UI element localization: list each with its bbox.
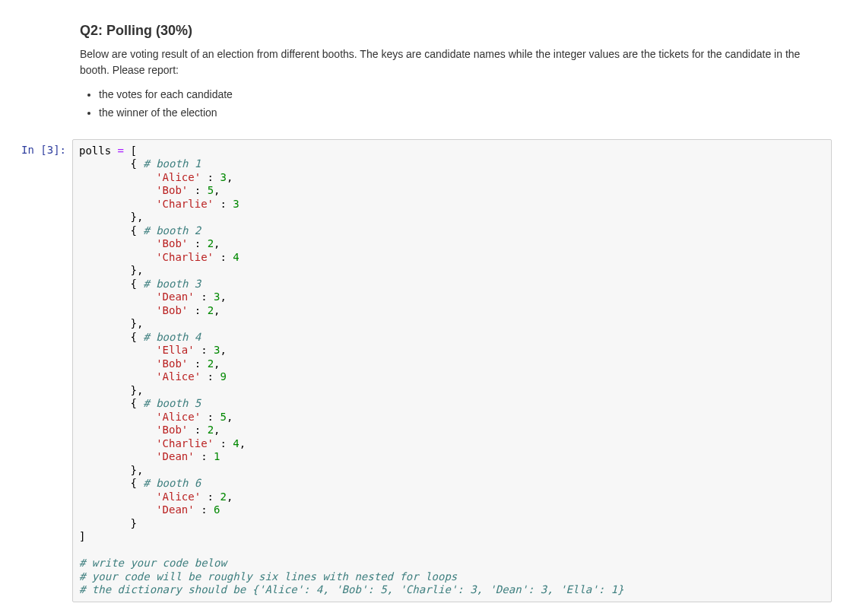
- notebook: Q2: Polling (30%) Below are voting resul…: [0, 0, 847, 616]
- code-content[interactable]: polls = [ { # booth 1 'Alice' : 3, 'Bob'…: [79, 144, 825, 597]
- list-item: the winner of the election: [99, 104, 832, 122]
- question-intro: Below are voting result of an election f…: [80, 46, 832, 78]
- list-item: the votes for each candidate: [99, 86, 832, 104]
- question-requirements: the votes for each candidate the winner …: [80, 86, 832, 122]
- code-cell: In [3]: polls = [ { # booth 1 'Alice' : …: [0, 135, 847, 606]
- question-heading: Q2: Polling (30%): [80, 23, 832, 39]
- input-prompt: In [3]:: [0, 139, 72, 602]
- code-input-area[interactable]: polls = [ { # booth 1 'Alice' : 3, 'Bob'…: [72, 139, 832, 602]
- markdown-cell: Q2: Polling (30%) Below are voting resul…: [0, 11, 847, 135]
